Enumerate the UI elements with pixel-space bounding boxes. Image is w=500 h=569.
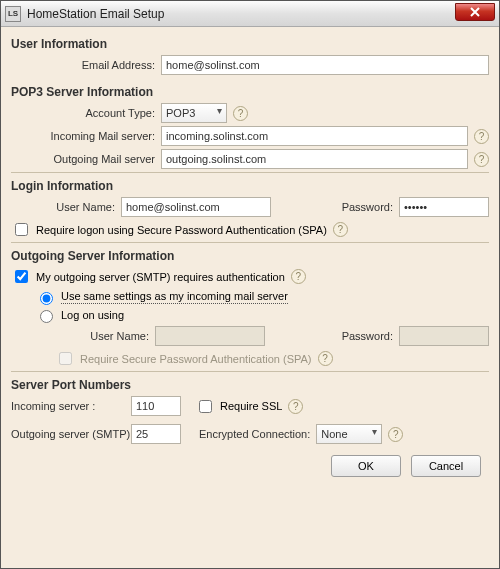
divider (11, 371, 489, 372)
password-input[interactable] (399, 197, 489, 217)
radio-same-settings[interactable] (40, 292, 53, 305)
section-login-heading: Login Information (11, 179, 489, 193)
incoming-port-input[interactable] (131, 396, 181, 416)
divider (11, 172, 489, 173)
require-ssl-checkbox[interactable] (199, 400, 212, 413)
sub-spa-checkbox-label: Require Secure Password Authentication (… (55, 349, 312, 368)
dialog-window: LS HomeStation Email Setup User Informat… (0, 0, 500, 569)
radio-same-settings-row[interactable]: Use same settings as my incoming mail se… (35, 289, 489, 305)
sub-username-input (155, 326, 265, 346)
help-icon[interactable]: ? (474, 129, 489, 144)
radio-logon[interactable] (40, 310, 53, 323)
outgoing-port-label: Outgoing server (SMTP): (11, 428, 131, 440)
sub-spa-text: Require Secure Password Authentication (… (80, 353, 312, 365)
outgoing-port-input[interactable] (131, 424, 181, 444)
help-icon[interactable]: ? (474, 152, 489, 167)
help-icon[interactable]: ? (318, 351, 333, 366)
incoming-port-label: Incoming server : (11, 400, 131, 412)
encrypted-connection-select[interactable]: None (316, 424, 382, 444)
help-icon[interactable]: ? (288, 399, 303, 414)
requires-auth-checkbox-label[interactable]: My outgoing server (SMTP) requires authe… (11, 267, 285, 286)
radio-logon-label: Log on using (61, 309, 124, 321)
help-icon[interactable]: ? (233, 106, 248, 121)
account-type-select[interactable]: POP3 (161, 103, 227, 123)
sub-spa-checkbox (59, 352, 72, 365)
sub-password-input (399, 326, 489, 346)
help-icon[interactable]: ? (388, 427, 403, 442)
spa-label-text: Require logon using Secure Password Auth… (36, 224, 327, 236)
incoming-server-input[interactable] (161, 126, 468, 146)
outgoing-server-input[interactable] (161, 149, 468, 169)
radio-logon-row[interactable]: Log on using (35, 307, 489, 323)
titlebar: LS HomeStation Email Setup (1, 1, 499, 27)
section-outgoing-heading: Outgoing Server Information (11, 249, 489, 263)
require-ssl-checkbox-label[interactable]: Require SSL (195, 397, 282, 416)
section-pop3-heading: POP3 Server Information (11, 85, 489, 99)
incoming-server-label: Incoming Mail server: (11, 130, 161, 142)
email-address-label: Email Address: (11, 59, 161, 71)
help-icon[interactable]: ? (291, 269, 306, 284)
window-title: HomeStation Email Setup (27, 7, 164, 21)
sub-password-label: Password: (289, 330, 399, 342)
outgoing-server-label: Outgoing Mail server (11, 153, 161, 165)
help-icon[interactable]: ? (333, 222, 348, 237)
requires-auth-checkbox[interactable] (15, 270, 28, 283)
spa-checkbox[interactable] (15, 223, 28, 236)
section-ports-heading: Server Port Numbers (11, 378, 489, 392)
spa-checkbox-label[interactable]: Require logon using Secure Password Auth… (11, 220, 327, 239)
require-ssl-text: Require SSL (220, 400, 282, 412)
dialog-content: User Information Email Address: POP3 Ser… (1, 27, 499, 568)
cancel-button[interactable]: Cancel (411, 455, 481, 477)
account-type-label: Account Type: (11, 107, 161, 119)
username-label: User Name: (11, 201, 121, 213)
encrypted-connection-label: Encrypted Connection: (199, 428, 316, 440)
close-button[interactable] (455, 3, 495, 21)
password-label: Password: (279, 201, 399, 213)
radio-same-settings-label: Use same settings as my incoming mail se… (61, 290, 288, 304)
divider (11, 242, 489, 243)
app-icon: LS (5, 6, 21, 22)
sub-username-label: User Name: (55, 330, 155, 342)
requires-auth-text: My outgoing server (SMTP) requires authe… (36, 271, 285, 283)
ok-button[interactable]: OK (331, 455, 401, 477)
email-address-input[interactable] (161, 55, 489, 75)
section-user-info-heading: User Information (11, 37, 489, 51)
close-icon (470, 7, 480, 17)
username-input[interactable] (121, 197, 271, 217)
button-bar: OK Cancel (11, 447, 489, 481)
